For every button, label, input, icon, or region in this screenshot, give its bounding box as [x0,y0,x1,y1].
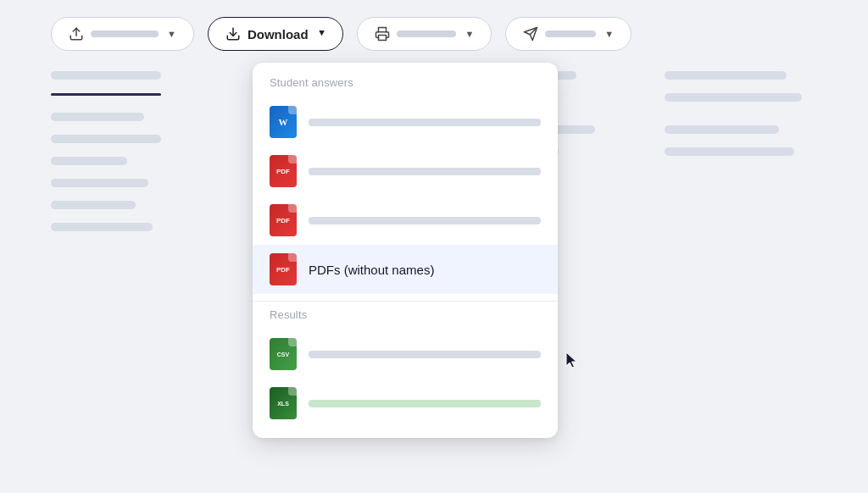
upload-icon [69,26,84,42]
download-pdf-no-names-item[interactable]: PDF PDFs (without names) [253,245,558,294]
download-word-item[interactable]: W [253,97,558,147]
pdf2-item-line [309,217,541,224]
left-line-2 [51,113,144,121]
right-line-3 [665,125,779,134]
download-dropdown: Student answers W PDF PDF PDF PDFs (with… [253,63,558,438]
left-line-4 [51,157,127,165]
send-label-placeholder [545,30,596,37]
upload-chevron-icon: ▼ [167,29,176,39]
word-item-line [309,119,541,126]
print-chevron-icon: ▼ [465,29,474,39]
cursor-icon [563,351,580,371]
csv-file-icon: CSV [270,338,297,370]
print-label-placeholder [397,30,456,37]
download-pdf2-item[interactable]: PDF [253,196,558,245]
download-button[interactable]: Download ▲ [208,17,344,51]
section-student-answers-label: Student answers [253,76,558,97]
left-line-1 [51,71,161,80]
left-line-6 [51,201,136,209]
download-csv-item[interactable]: CSV [253,330,558,379]
send-chevron-icon: ▼ [604,29,614,39]
pdf1-file-icon: PDF [270,155,297,187]
left-line-5 [51,179,148,187]
svg-rect-2 [379,36,387,41]
xlsx-file-icon: XLS [270,387,297,419]
download-xlsx-item[interactable]: XLS [253,379,558,428]
upload-label-placeholder [91,30,159,37]
right-line-2 [665,93,802,102]
dropdown-divider [253,301,558,302]
pdf-no-names-label: PDFs (without names) [309,263,434,277]
cursor [563,351,580,374]
xlsx-item-line [309,400,541,407]
left-line-7 [51,223,153,231]
left-column [51,71,237,245]
download-label: Download [248,27,309,42]
left-line-active [51,93,161,96]
section-results-label: Results [253,308,558,330]
pdf2-file-icon: PDF [270,204,297,236]
pdf3-file-icon: PDF [270,253,297,285]
right-line-4 [665,147,794,156]
download-pdf1-item[interactable]: PDF [253,147,558,196]
print-icon [375,26,390,42]
left-line-3 [51,135,161,143]
send-icon [523,26,538,42]
download-chevron-icon: ▲ [317,29,326,39]
send-button[interactable]: ▼ [505,17,632,51]
upload-button[interactable]: ▼ [51,17,194,51]
right-line-1 [665,71,787,80]
toolbar: ▼ Download ▲ ▼ [51,0,817,71]
csv-item-line [309,351,541,358]
pdf1-item-line [309,168,541,175]
download-icon [225,26,241,42]
print-button[interactable]: ▼ [357,17,492,51]
right-column [665,71,817,245]
word-file-icon: W [270,106,297,138]
